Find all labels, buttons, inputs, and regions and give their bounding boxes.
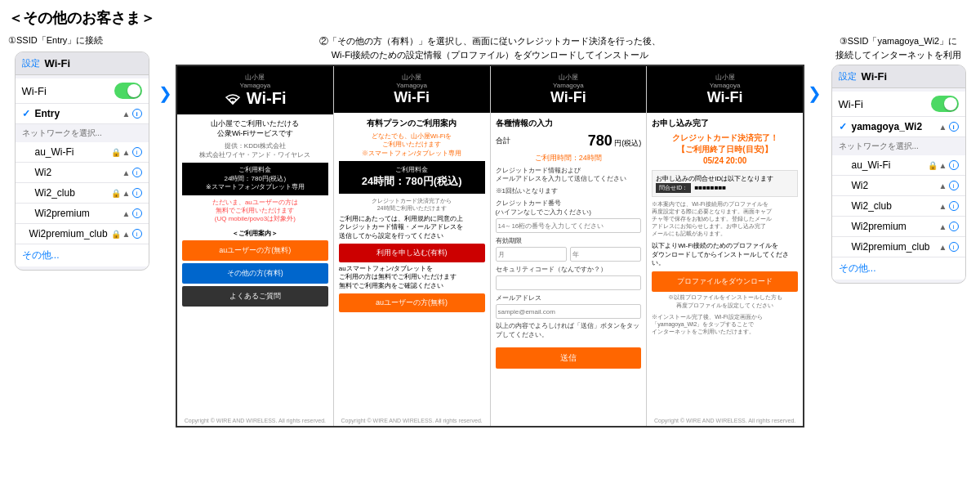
expiry-year-input[interactable] bbox=[570, 247, 641, 262]
btn-faq[interactable]: よくあるご質問 bbox=[182, 286, 328, 307]
wifi-network-wi2prem-right[interactable]: Wi2premium ▲ i bbox=[832, 217, 965, 237]
expiry-row bbox=[496, 247, 642, 262]
btn-submit-paid[interactable]: 利用を申し込む(有料) bbox=[339, 244, 485, 262]
security-label: セキュリティコード（なんですか？） bbox=[496, 265, 642, 274]
install-note: ※インストール完了後、Wi-Fi設定画面から 「yamagoya_Wi2」をタッ… bbox=[652, 313, 798, 335]
info-icon-wi2-right[interactable]: i bbox=[949, 181, 959, 190]
info-icon-wi2prem-right[interactable]: i bbox=[949, 222, 959, 231]
checkmark-icon-right: ✓ bbox=[839, 121, 849, 132]
wifi-network-wi2club-left[interactable]: Wi2_club 🔒 ▲ i bbox=[16, 183, 149, 204]
profile-note: ※以前プロファイルをインストールした方も 再度プロファイルを設定してください bbox=[652, 293, 798, 310]
step3-label-line1: ③SSID「yamagoya_Wi2」に bbox=[840, 36, 958, 46]
wifi-toggle-left[interactable] bbox=[114, 83, 142, 99]
wifi-panel-left: 設定 Wi-Fi Wi-Fi ✓ Entry ▲ i bbox=[15, 51, 149, 271]
lock-icon-wi2club-left: 🔒 bbox=[111, 189, 121, 198]
network-icons-au-left: 🔒 ▲ i bbox=[111, 147, 142, 157]
network-name-wi2club-left: Wi2_club bbox=[35, 187, 108, 199]
arrow1: ❯ bbox=[155, 83, 176, 103]
highlight-line1: どなたでも、山小屋Wi-Fiを bbox=[372, 132, 452, 140]
info-icon-wi2-left[interactable]: i bbox=[132, 168, 142, 177]
step3-top-label: ③SSID「yamagoya_Wi2」に 接続してインターネットを利用 bbox=[835, 34, 961, 61]
info-icon-wi2premclub-right[interactable]: i bbox=[949, 242, 959, 252]
checkmark-icon-left: ✓ bbox=[22, 108, 32, 119]
wifi-logo2: Wi-Fi bbox=[341, 89, 483, 106]
wifi-other-right[interactable]: その他... bbox=[832, 257, 965, 280]
info-icon-left[interactable]: i bbox=[132, 109, 142, 119]
info-icon-wi2premclub-left[interactable]: i bbox=[132, 229, 142, 239]
wifi-network-wi2-right[interactable]: Wi2 ▲ i bbox=[832, 176, 965, 196]
screen4-footer: Copyright © WIRE AND WIRELESS. All right… bbox=[647, 415, 803, 426]
logo-yama-small1: 山小屋 bbox=[184, 73, 327, 82]
step3-column: ③SSID「yamagoya_Wi2」に 接続してインターネットを利用 設定 W… bbox=[825, 34, 972, 284]
wifi-other-left[interactable]: その他... bbox=[16, 244, 149, 266]
email-input[interactable] bbox=[496, 304, 642, 319]
checkmark-empty-1 bbox=[22, 146, 32, 158]
wifi-network-wi2premclub-left[interactable]: Wi2premium_club 🔒 ▲ i bbox=[16, 224, 149, 244]
phone-screen-plan: 山小屋 Yamagoya Wi-Fi 有料プランのご利用案内 どなたでも、山小屋… bbox=[334, 66, 491, 426]
wifi-panel-title-right: Wi-Fi bbox=[862, 70, 888, 83]
card-number-input[interactable] bbox=[496, 218, 642, 233]
plan-duration: 24時間：780円(税込) bbox=[343, 174, 481, 189]
info-icon-wi2prem-left[interactable]: i bbox=[132, 208, 142, 218]
logo-yamagoya3: Yamagoya bbox=[497, 82, 640, 89]
complete-date: 05/24 20:00 bbox=[703, 156, 746, 165]
wifi-network-wi2club-right[interactable]: Wi2_club ▲ i bbox=[832, 196, 965, 217]
logo-yamagoya2: Yamagoya bbox=[341, 82, 483, 89]
screen2-highlight: どなたでも、山小屋Wi-Fiを ご利用いただけます ※スマートフォン/タブレット… bbox=[339, 132, 485, 158]
wifi-label-left: Wi-Fi bbox=[22, 85, 47, 97]
step1-label: ①SSID「Entry」に接続 bbox=[8, 34, 103, 47]
wifi-selected-network-right[interactable]: ✓ yamagoya_Wi2 ▲ i bbox=[832, 117, 965, 137]
plan-label2: ご利用料金 bbox=[343, 165, 481, 174]
security-code-input[interactable] bbox=[496, 275, 642, 290]
screen4-body: お申し込み完了 クレジットカード決済完了！ 【ご利用終了日時(目安)】 05/2… bbox=[647, 113, 803, 345]
logo-yama-small3: 山小屋 bbox=[497, 73, 640, 82]
step1-column: ①SSID「Entry」に接続 設定 Wi-Fi Wi-Fi ✓ Entry bbox=[8, 34, 155, 271]
checkmark-r-1 bbox=[839, 159, 849, 171]
fee-total-label: 合計 bbox=[496, 136, 510, 146]
wifi-network-wi2premclub-right[interactable]: Wi2premium_club ▲ i bbox=[832, 237, 965, 257]
network-name-wi2premclub-right: Wi2premium_club bbox=[852, 241, 936, 253]
checkmark-empty-4 bbox=[22, 208, 32, 219]
plan-detail1: 24時間：780円(税込) ※スマートフォン/タブレット専用 bbox=[185, 175, 325, 192]
checkmark-empty-5 bbox=[22, 228, 26, 239]
logo-yamagoya4: Yamagoya bbox=[653, 82, 796, 89]
screen3-header: 山小屋 Yamagoya Wi-Fi bbox=[491, 66, 647, 113]
btn-au-free2[interactable]: auユーザーの方(無料) bbox=[339, 293, 485, 312]
info-icon-right[interactable]: i bbox=[949, 122, 959, 132]
wifi-panel-right: 設定 Wi-Fi Wi-Fi ✓ yamagoya_Wi2 ▲ i bbox=[831, 65, 966, 284]
wifi-network-au-left[interactable]: au_Wi-Fi 🔒 ▲ i bbox=[16, 142, 149, 163]
info-icon-wi2club-left[interactable]: i bbox=[132, 188, 142, 198]
back-button-left[interactable]: 設定 bbox=[22, 57, 40, 69]
checkmark-empty-3 bbox=[22, 187, 32, 199]
fee-value: 780 円(税込) bbox=[588, 132, 642, 150]
download-button[interactable]: プロファイルをダウンロード bbox=[652, 271, 798, 292]
screen3-title: 各種情報の入力 bbox=[496, 118, 642, 129]
wifi-network-wi2prem-left[interactable]: Wi2premium ▲ i bbox=[16, 204, 149, 224]
info-icon-au-left[interactable]: i bbox=[132, 147, 142, 157]
logo-yama-small2: 山小屋 bbox=[341, 73, 483, 82]
complete-line2: 【ご利用終了日時(目安)】 bbox=[677, 145, 773, 154]
phone-screen-complete: 山小屋 Yamagoya Wi-Fi お申し込み完了 クレジットカード決済完了！… bbox=[647, 66, 803, 426]
btn-au-free[interactable]: auユーザーの方(無料) bbox=[182, 240, 328, 261]
expiry-month-input[interactable] bbox=[496, 247, 567, 262]
back-button-right[interactable]: 設定 bbox=[839, 70, 857, 83]
screen2-note3: auスマートフォン/タブレットを ご利用の方は無料でご利用いただけます 無料でご… bbox=[339, 265, 485, 290]
screen1-warning: ただいま、auユーザーの方は 無料でご利用いただけます (UQ mobile/p… bbox=[182, 199, 328, 224]
wifi-icon-wi2club-right: ▲ bbox=[939, 202, 947, 211]
network-icons-wi2-left: ▲ i bbox=[122, 168, 142, 177]
screen3-desc1: クレジットカード情報および メールアドレスを入力して送信してください bbox=[496, 167, 642, 184]
wifi-toggle-right[interactable] bbox=[931, 96, 959, 112]
highlight-sub: ※スマートフォン/タブレット専用 bbox=[362, 150, 461, 157]
wifi-network-au-right[interactable]: au_Wi-Fi 🔒 ▲ i bbox=[832, 155, 965, 176]
btn-other-paid[interactable]: その他の方(有料) bbox=[182, 263, 328, 284]
info-icon-au-right[interactable]: i bbox=[949, 160, 959, 170]
wifi-divider-left: ネットワークを選択... bbox=[16, 124, 149, 142]
logo-yama-small4: 山小屋 bbox=[653, 73, 796, 82]
send-button[interactable]: 送信 bbox=[496, 347, 642, 369]
wifi-selected-network-left[interactable]: ✓ Entry ▲ i bbox=[16, 104, 149, 124]
wifi-icon-wi2-right: ▲ bbox=[939, 181, 947, 190]
info-icon-wi2club-right[interactable]: i bbox=[949, 201, 959, 211]
step2-label-line1: ②「その他の方（有料）」を選択し、画面に従いクレジットカード決済を行った後、 bbox=[319, 36, 661, 46]
wifi-network-wi2-left[interactable]: Wi2 ▲ i bbox=[16, 163, 149, 183]
screen3-desc2: ※1回払いとなります bbox=[496, 187, 642, 195]
